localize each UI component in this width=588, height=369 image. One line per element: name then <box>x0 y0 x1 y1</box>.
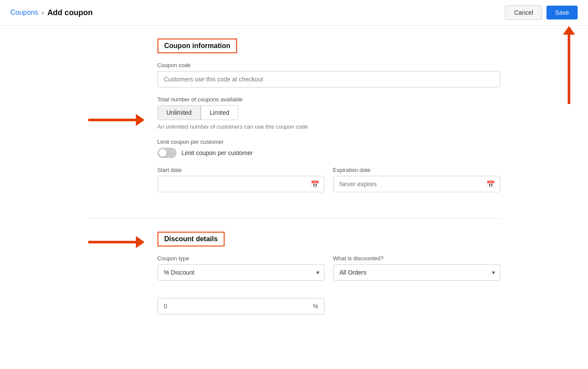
save-button[interactable]: Save <box>546 6 578 19</box>
discount-arrow-body <box>88 241 136 243</box>
save-up-arrow-annotation <box>563 26 575 104</box>
discount-value-input[interactable] <box>157 298 325 314</box>
toggle-thumb <box>159 149 167 157</box>
page-header: Coupons › Add coupon Cancel Save <box>0 0 588 26</box>
breadcrumb-coupons-link[interactable]: Coupons <box>10 9 38 16</box>
limited-toggle[interactable]: Limited <box>201 105 238 120</box>
discount-type-row: Coupon type % Discount Fixed Amount Free… <box>157 255 500 289</box>
coupon-type-select[interactable]: % Discount Fixed Amount Free Shipping <box>157 264 325 281</box>
what-discounted-select[interactable]: All Orders Specific Products Specific Ca… <box>333 264 500 281</box>
discount-details-section: Discount details Coupon type % Discount … <box>88 232 500 314</box>
breadcrumb: Coupons › Add coupon <box>10 8 93 17</box>
discount-section-arrow <box>88 236 145 248</box>
main-content: Coupon information Coupon code Total num… <box>78 26 511 327</box>
limit-toggle-switch[interactable] <box>157 148 177 158</box>
coupon-code-field: Coupon code <box>157 62 500 87</box>
unlimited-helper-text: An unlimited number of customers can use… <box>157 123 500 130</box>
coupons-toggle-group: Unlimited Limited <box>157 105 500 120</box>
total-coupons-field: Total number of coupons available Unlimi… <box>157 96 500 130</box>
arrow-head <box>136 114 145 126</box>
discount-value-field: % <box>157 298 325 314</box>
what-discounted-select-wrapper: All Orders Specific Products Specific Ca… <box>333 264 500 281</box>
what-discounted-field: What is discounted? All Orders Specific … <box>333 255 500 281</box>
start-date-wrapper: 📅 <box>157 176 325 192</box>
discount-details-title: Discount details <box>157 232 225 246</box>
section-divider <box>88 218 500 219</box>
limit-toggle-row: Limit coupon per customer <box>157 148 500 158</box>
expiration-date-field: Expiration date 📅 <box>333 167 500 192</box>
up-arrow-head <box>563 26 575 35</box>
coupon-type-select-wrapper: % Discount Fixed Amount Free Shipping ▾ <box>157 264 325 281</box>
cancel-button[interactable]: Cancel <box>505 5 542 20</box>
coupon-section-arrow <box>88 114 145 126</box>
start-date-label: Start date <box>157 167 325 173</box>
coupon-type-field: Coupon type % Discount Fixed Amount Free… <box>157 255 325 281</box>
coupon-information-title: Coupon information <box>157 39 238 53</box>
limit-per-customer-field: Limit coupon per customer Limit coupon p… <box>157 139 500 158</box>
what-discounted-label: What is discounted? <box>333 255 500 262</box>
start-date-input[interactable] <box>157 176 325 192</box>
expiration-date-wrapper: 📅 <box>333 176 500 192</box>
page-title: Add coupon <box>47 8 93 17</box>
discount-arrow-head <box>136 236 145 248</box>
date-fields-row: Start date 📅 Expiration date 📅 <box>157 167 500 201</box>
total-coupons-label: Total number of coupons available <box>157 96 500 103</box>
limit-toggle-label: Limit coupon per customer <box>182 149 253 156</box>
arrow-body <box>88 119 136 121</box>
breadcrumb-separator: › <box>42 9 44 16</box>
expiration-date-input[interactable] <box>333 176 500 192</box>
limit-per-customer-label: Limit coupon per customer <box>157 139 500 145</box>
up-arrow-body <box>568 35 570 104</box>
header-actions: Cancel Save <box>505 5 578 20</box>
coupon-type-label: Coupon type <box>157 255 325 262</box>
coupon-code-input[interactable] <box>157 71 500 87</box>
coupon-information-section: Coupon information Coupon code Total num… <box>88 39 500 201</box>
unlimited-toggle[interactable]: Unlimited <box>157 105 201 120</box>
coupon-code-label: Coupon code <box>157 62 500 68</box>
start-date-field: Start date 📅 <box>157 167 325 192</box>
expiration-date-label: Expiration date <box>333 167 500 173</box>
